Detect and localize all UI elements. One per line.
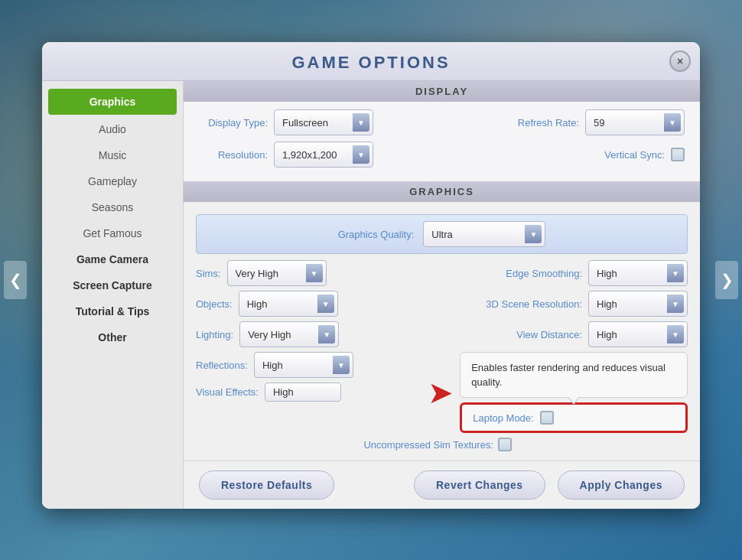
dialog-footer: Restore Defaults Revert Changes Apply Ch… bbox=[184, 461, 700, 509]
display-section-header: Display bbox=[184, 81, 700, 102]
display-type-label: Display Type: bbox=[199, 117, 268, 129]
graphics-section-header: Graphics bbox=[184, 181, 700, 202]
scene-res-group: 3D Scene Resolution: High ▼ bbox=[450, 291, 688, 317]
objects-scene-row: Objects: High ▼ 3D Scene Resolution: Hig… bbox=[196, 291, 688, 317]
restore-defaults-button[interactable]: Restore Defaults bbox=[199, 470, 334, 500]
reflections-label: Reflections: bbox=[196, 360, 248, 371]
tooltip-text: Enables faster rendering and reduces vis… bbox=[471, 362, 666, 388]
resolution-dropdown[interactable]: 1,920x1,200 ▼ bbox=[274, 142, 373, 168]
resolution-group: Resolution: 1,920x1,200 ▼ bbox=[199, 142, 438, 168]
nav-arrow-right[interactable]: ❯ bbox=[715, 261, 738, 299]
reflections-dropdown[interactable]: High ▼ bbox=[254, 352, 353, 378]
objects-dropdown[interactable]: High ▼ bbox=[239, 291, 338, 317]
tooltip-box: Enables faster rendering and reduces vis… bbox=[460, 352, 688, 398]
revert-changes-button[interactable]: Revert Changes bbox=[414, 470, 545, 500]
display-type-dropdown[interactable]: Fullscreen ▼ bbox=[274, 109, 373, 135]
lighting-dropdown[interactable]: Very High ▼ bbox=[239, 321, 339, 347]
sidebar-item-gameplay[interactable]: Gameplay bbox=[42, 168, 183, 194]
vertical-sync-group: Vertical Sync: bbox=[446, 148, 685, 161]
lighting-group: Lighting: Very High ▼ bbox=[196, 321, 434, 347]
edge-smoothing-group: Edge Smoothing: High ▼ bbox=[450, 260, 688, 286]
display-type-group: Display Type: Fullscreen ▼ bbox=[199, 109, 438, 135]
sidebar-item-screen-capture[interactable]: Screen Capture bbox=[42, 272, 183, 298]
sidebar-item-seasons[interactable]: Seasons bbox=[42, 194, 183, 220]
refresh-rate-label: Refresh Rate: bbox=[518, 117, 579, 129]
vertical-sync-label: Vertical Sync: bbox=[604, 149, 665, 161]
sidebar-item-game-camera[interactable]: Game Camera bbox=[42, 246, 183, 272]
lighting-arrow: ▼ bbox=[318, 325, 335, 343]
resolution-row: Resolution: 1,920x1,200 ▼ Vertical Sync: bbox=[199, 142, 685, 168]
apply-changes-button[interactable]: Apply Changes bbox=[558, 470, 685, 500]
game-options-dialog: Game Options × Graphics Audio Music Game… bbox=[42, 42, 700, 509]
objects-label: Objects: bbox=[196, 298, 233, 310]
scene-res-arrow: ▼ bbox=[667, 295, 684, 313]
sims-dropdown[interactable]: Very High ▼ bbox=[227, 260, 327, 286]
sidebar-item-audio[interactable]: Audio bbox=[42, 116, 183, 142]
dialog-title: Game Options bbox=[291, 53, 450, 72]
vertical-sync-checkbox[interactable] bbox=[671, 148, 685, 161]
graphics-quality-arrow: ▼ bbox=[525, 225, 542, 243]
refresh-rate-dropdown[interactable]: 59 ▼ bbox=[585, 109, 685, 135]
edge-smoothing-dropdown[interactable]: High ▼ bbox=[588, 260, 688, 286]
reflections-group: Reflections: High ▼ bbox=[196, 352, 412, 378]
laptop-mode-checkbox[interactable] bbox=[540, 411, 554, 425]
view-distance-dropdown[interactable]: High ▼ bbox=[588, 321, 688, 347]
laptop-mode-row: Laptop Mode: bbox=[460, 402, 688, 433]
tooltip-tail-inner bbox=[568, 396, 579, 403]
sidebar-item-tutorial-tips[interactable]: Tutorial & Tips bbox=[42, 298, 183, 324]
red-arrow-container: ➤ bbox=[428, 377, 454, 408]
objects-group: Objects: High ▼ bbox=[196, 291, 434, 317]
tooltip-area: ➤ Enables faster rendering and reduces v… bbox=[428, 352, 688, 433]
sidebar-item-get-famous[interactable]: Get Famous bbox=[42, 220, 183, 246]
uncompressed-textures-checkbox[interactable] bbox=[498, 438, 512, 451]
laptop-mode-label: Laptop Mode: bbox=[473, 412, 534, 424]
sidebar-item-other[interactable]: Other bbox=[42, 324, 183, 350]
edge-smoothing-label: Edge Smoothing: bbox=[506, 268, 582, 279]
sims-edge-row: Sims: Very High ▼ Edge Smoothing: High ▼ bbox=[196, 260, 688, 286]
reflections-area: Reflections: High ▼ Visual Effects: bbox=[196, 352, 688, 433]
red-arrow-icon: ➤ bbox=[428, 377, 454, 408]
scene-res-dropdown[interactable]: High ▼ bbox=[588, 291, 688, 317]
sidebar-item-music[interactable]: Music bbox=[42, 142, 183, 168]
graphics-quality-row: Graphics Quality: Ultra ▼ bbox=[196, 214, 688, 254]
lighting-view-row: Lighting: Very High ▼ View Distance: Hig… bbox=[196, 321, 688, 347]
objects-arrow: ▼ bbox=[317, 295, 334, 313]
refresh-rate-group: Refresh Rate: 59 ▼ bbox=[446, 109, 685, 135]
visual-effects-group: Visual Effects: High bbox=[196, 383, 412, 402]
dialog-body: Graphics Audio Music Gameplay Seasons Ge… bbox=[42, 81, 700, 509]
reflections-row: Reflections: High ▼ bbox=[196, 352, 412, 378]
dialog-header: Game Options × bbox=[42, 42, 700, 81]
sims-arrow: ▼ bbox=[306, 264, 323, 282]
graphics-quality-dropdown[interactable]: Ultra ▼ bbox=[423, 221, 545, 247]
refresh-rate-arrow: ▼ bbox=[664, 113, 681, 132]
view-distance-label: View Distance: bbox=[516, 329, 582, 340]
edge-smoothing-arrow: ▼ bbox=[667, 264, 684, 282]
resolution-label: Resolution: bbox=[199, 149, 268, 161]
scene-res-label: 3D Scene Resolution: bbox=[486, 298, 582, 310]
footer-right-buttons: Revert Changes Apply Changes bbox=[414, 470, 685, 500]
graphics-quality-label: Graphics Quality: bbox=[338, 229, 415, 240]
reflections-arrow: ▼ bbox=[333, 356, 350, 374]
view-distance-group: View Distance: High ▼ bbox=[450, 321, 688, 347]
graphics-settings: Graphics Quality: Ultra ▼ Sims: Very Hig… bbox=[184, 202, 700, 461]
reflections-visual-left: Reflections: High ▼ Visual Effects: bbox=[196, 352, 412, 433]
close-button[interactable]: × bbox=[669, 50, 691, 72]
main-content: Display Display Type: Fullscreen ▼ Refre… bbox=[184, 81, 700, 509]
nav-arrow-left[interactable]: ❮ bbox=[4, 261, 27, 299]
resolution-arrow: ▼ bbox=[353, 145, 369, 164]
uncompressed-textures-row: Uncompressed Sim Textures: bbox=[196, 438, 688, 451]
visual-effects-label: Visual Effects: bbox=[196, 386, 259, 398]
uncompressed-textures-label: Uncompressed Sim Textures: bbox=[363, 439, 493, 451]
display-type-arrow: ▼ bbox=[353, 113, 369, 132]
sidebar: Graphics Audio Music Gameplay Seasons Ge… bbox=[42, 81, 184, 509]
tooltip-laptop-container: Enables faster rendering and reduces vis… bbox=[460, 352, 688, 433]
sims-group: Sims: Very High ▼ bbox=[196, 260, 434, 286]
lighting-label: Lighting: bbox=[196, 329, 233, 340]
sims-label: Sims: bbox=[196, 268, 221, 279]
visual-effects-row: Visual Effects: High bbox=[196, 383, 412, 402]
display-settings: Display Type: Fullscreen ▼ Refresh Rate:… bbox=[184, 102, 700, 181]
display-type-row: Display Type: Fullscreen ▼ Refresh Rate:… bbox=[199, 109, 685, 135]
sidebar-item-graphics[interactable]: Graphics bbox=[48, 89, 177, 115]
view-distance-arrow: ▼ bbox=[667, 325, 684, 343]
visual-effects-dropdown[interactable]: High bbox=[265, 383, 341, 402]
